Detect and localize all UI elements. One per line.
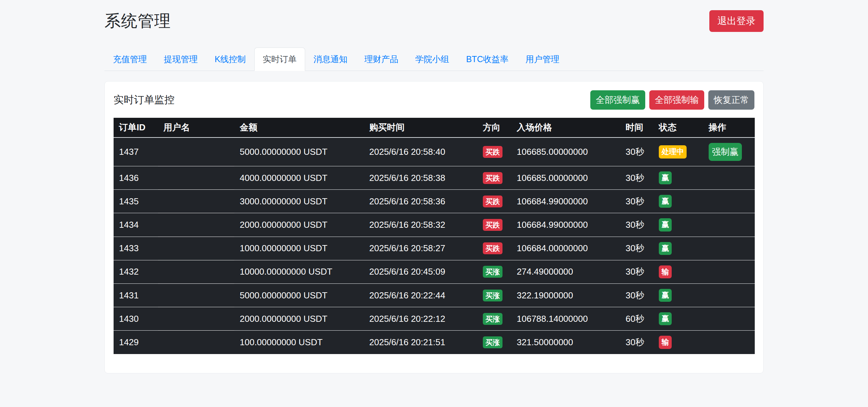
action-cell	[703, 331, 755, 354]
order-id-cell: 1435	[114, 190, 158, 213]
force-win-button[interactable]: 强制赢	[709, 143, 742, 161]
status-cell: 赢	[653, 190, 703, 213]
orders-card: 实时订单监控 全部强制赢全部强制输恢复正常 订单ID用户名金额购买时间方向入场价…	[104, 81, 764, 373]
order-id-cell: 1437	[114, 137, 158, 166]
buy-time-cell: 2025/6/16 20:58:32	[364, 213, 477, 237]
status-badge: 赢	[659, 289, 672, 302]
status-badge: 处理中	[659, 145, 687, 158]
tab-item-8[interactable]: 用户管理	[517, 48, 568, 71]
bulk-action-buttons: 全部强制赢全部强制输恢复正常	[590, 90, 754, 110]
table-row: 1429100.00000000 USDT2025/6/16 20:21:51买…	[114, 331, 755, 354]
status-badge: 赢	[659, 171, 672, 184]
table-row: 143210000.00000000 USDT2025/6/16 20:45:0…	[114, 260, 755, 283]
order-id-cell: 1431	[114, 283, 158, 307]
duration-cell: 30秒	[620, 166, 653, 190]
bulk-action-button-2[interactable]: 恢复正常	[708, 90, 754, 110]
direction-cell: 买跌	[477, 190, 511, 213]
orders-table-body: 14375000.00000000 USDT2025/6/16 20:58:40…	[114, 137, 755, 354]
column-header-2: 金额	[234, 118, 364, 137]
tab-item-1[interactable]: 提现管理	[155, 48, 206, 71]
orders-table-head: 订单ID用户名金额购买时间方向入场价格时间状态操作	[114, 118, 755, 137]
action-cell	[703, 213, 755, 237]
duration-cell: 30秒	[620, 137, 653, 166]
status-cell: 赢	[653, 166, 703, 190]
direction-badge: 买涨	[483, 290, 502, 301]
bulk-action-button-1[interactable]: 全部强制输	[649, 90, 704, 110]
table-row: 14364000.00000000 USDT2025/6/16 20:58:38…	[114, 166, 755, 190]
entry-price-cell: 106685.00000000	[511, 166, 620, 190]
page-header: 系统管理 退出登录	[104, 10, 764, 32]
card-header-row: 实时订单监控 全部强制赢全部强制输恢复正常	[114, 90, 754, 110]
entry-price-cell: 106684.99000000	[511, 213, 620, 237]
tab-item-5[interactable]: 理财产品	[356, 48, 407, 71]
username-cell	[158, 237, 234, 260]
table-row: 14342000.00000000 USDT2025/6/16 20:58:32…	[114, 213, 755, 237]
status-cell: 赢	[653, 283, 703, 307]
order-id-cell: 1432	[114, 260, 158, 283]
buy-time-cell: 2025/6/16 20:22:12	[364, 307, 477, 331]
amount-cell: 4000.00000000 USDT	[234, 166, 364, 190]
tab-item-3[interactable]: 实时订单	[254, 48, 305, 71]
tab-item-6[interactable]: 学院小组	[407, 48, 458, 71]
amount-cell: 2000.00000000 USDT	[234, 307, 364, 331]
username-cell	[158, 283, 234, 307]
column-header-7: 状态	[653, 118, 703, 137]
direction-cell: 买跌	[477, 237, 511, 260]
amount-cell: 5000.00000000 USDT	[234, 283, 364, 307]
table-row: 14375000.00000000 USDT2025/6/16 20:58:40…	[114, 137, 755, 166]
buy-time-cell: 2025/6/16 20:45:09	[364, 260, 477, 283]
direction-cell: 买涨	[477, 331, 511, 354]
column-header-4: 方向	[477, 118, 511, 137]
status-cell: 输	[653, 260, 703, 283]
entry-price-cell: 106788.14000000	[511, 307, 620, 331]
panel-title: 实时订单监控	[114, 93, 175, 107]
direction-badge: 买跌	[483, 219, 502, 231]
entry-price-cell: 106685.00000000	[511, 137, 620, 166]
entry-price-cell: 106684.00000000	[511, 237, 620, 260]
table-row: 14302000.00000000 USDT2025/6/16 20:22:12…	[114, 307, 755, 331]
direction-badge: 买跌	[483, 242, 502, 254]
tab-item-2[interactable]: K线控制	[206, 48, 254, 71]
direction-badge: 买涨	[483, 336, 502, 348]
direction-cell: 买涨	[477, 307, 511, 331]
page-title: 系统管理	[104, 10, 171, 32]
tab-item-4[interactable]: 消息通知	[305, 48, 356, 71]
column-header-0: 订单ID	[114, 118, 158, 137]
status-cell: 赢	[653, 237, 703, 260]
action-cell	[703, 307, 755, 331]
column-header-1: 用户名	[158, 118, 234, 137]
username-cell	[158, 166, 234, 190]
order-id-cell: 1430	[114, 307, 158, 331]
main-container: 系统管理 退出登录 充值管理提现管理K线控制实时订单消息通知理财产品学院小组BT…	[104, 0, 764, 373]
column-header-3: 购买时间	[364, 118, 477, 137]
bulk-action-button-0[interactable]: 全部强制赢	[590, 90, 645, 110]
tab-item-0[interactable]: 充值管理	[104, 48, 155, 71]
duration-cell: 30秒	[620, 260, 653, 283]
table-row: 14353000.00000000 USDT2025/6/16 20:58:36…	[114, 190, 755, 213]
action-cell	[703, 190, 755, 213]
status-cell: 赢	[653, 213, 703, 237]
duration-cell: 60秒	[620, 307, 653, 331]
amount-cell: 5000.00000000 USDT	[234, 137, 364, 166]
logout-button[interactable]: 退出登录	[709, 10, 764, 32]
order-id-cell: 1436	[114, 166, 158, 190]
direction-badge: 买涨	[483, 266, 502, 278]
tab-item-7[interactable]: BTC收益率	[458, 48, 517, 71]
username-cell	[158, 190, 234, 213]
action-cell	[703, 166, 755, 190]
amount-cell: 10000.00000000 USDT	[234, 260, 364, 283]
tab-bar: 充值管理提现管理K线控制实时订单消息通知理财产品学院小组BTC收益率用户管理	[104, 48, 764, 71]
entry-price-cell: 322.19000000	[511, 283, 620, 307]
direction-cell: 买涨	[477, 283, 511, 307]
direction-cell: 买涨	[477, 260, 511, 283]
orders-table: 订单ID用户名金额购买时间方向入场价格时间状态操作 14375000.00000…	[114, 118, 755, 354]
status-cell: 赢	[653, 307, 703, 331]
buy-time-cell: 2025/6/16 20:58:36	[364, 190, 477, 213]
duration-cell: 30秒	[620, 331, 653, 354]
username-cell	[158, 307, 234, 331]
header-row: 订单ID用户名金额购买时间方向入场价格时间状态操作	[114, 118, 755, 137]
column-header-8: 操作	[703, 118, 755, 137]
duration-cell: 30秒	[620, 190, 653, 213]
action-cell: 强制赢	[703, 137, 755, 166]
username-cell	[158, 260, 234, 283]
